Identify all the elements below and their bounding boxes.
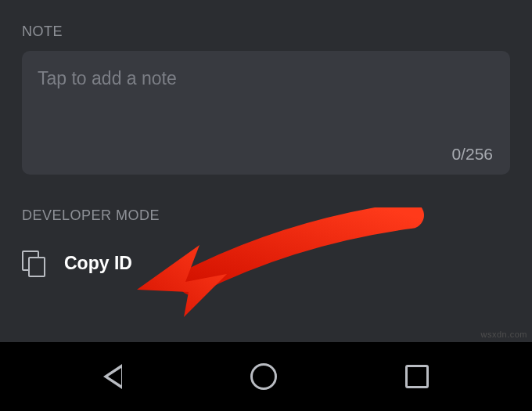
copy-id-label: Copy ID: [64, 253, 132, 274]
android-nav-bar: [0, 342, 532, 411]
copy-id-button[interactable]: Copy ID: [22, 246, 510, 280]
nav-back-button[interactable]: [103, 364, 122, 389]
copy-icon: [22, 251, 47, 276]
developer-mode-section-header: DEVELOPER MODE: [22, 175, 510, 246]
note-placeholder: Tap to add a note: [38, 68, 494, 89]
note-input[interactable]: Tap to add a note 0/256: [22, 51, 510, 175]
watermark: wsxdn.com: [480, 330, 527, 339]
nav-home-button[interactable]: [250, 363, 277, 390]
note-char-counter: 0/256: [451, 145, 493, 164]
nav-recent-button[interactable]: [405, 365, 429, 388]
note-section-header: NOTE: [22, 0, 510, 51]
